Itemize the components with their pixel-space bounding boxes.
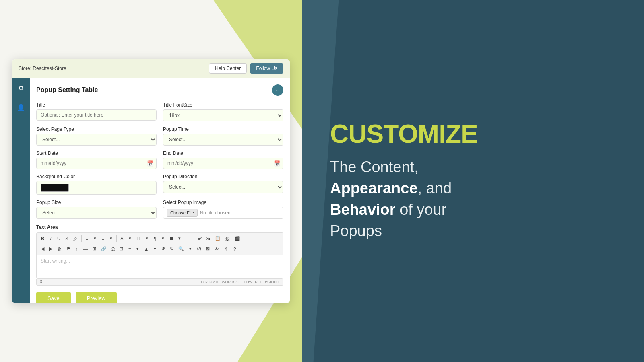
superscript-button[interactable]: x² xyxy=(196,234,204,243)
choose-file-button[interactable]: Choose File xyxy=(167,209,198,217)
popup-time-label: Popup Time xyxy=(163,126,283,132)
block-button[interactable]: ◼ xyxy=(167,234,175,243)
toolbar-sep-1 xyxy=(81,235,82,242)
flag-button[interactable]: ⚑ xyxy=(64,245,72,253)
end-date-input[interactable] xyxy=(163,158,283,169)
popup-size-select[interactable]: Select... Small Medium Large xyxy=(36,207,157,219)
bold-button[interactable]: B xyxy=(39,234,46,243)
indent-button[interactable]: ¶ xyxy=(151,234,159,243)
follow-us-button[interactable]: Follow Us xyxy=(250,63,283,74)
symbol-button[interactable]: Ω xyxy=(109,245,117,253)
list-ol-button[interactable]: ≡ xyxy=(99,234,107,243)
popup-time-select[interactable]: Select... xyxy=(163,134,283,146)
end-date-label: End Date xyxy=(163,150,283,156)
title-input[interactable] xyxy=(36,109,157,121)
brush-button[interactable]: 🖊 xyxy=(71,234,80,243)
start-date-input[interactable] xyxy=(36,158,157,169)
text-area-section: Text Area B I U S 🖊 ≡ ▾ ≡ ▾ A xyxy=(36,224,283,286)
search-button[interactable]: 🔍 xyxy=(176,245,186,253)
select-page-type-group: Select Page Type Select... xyxy=(36,126,157,146)
paragraph-button[interactable]: TI xyxy=(134,234,142,243)
embed-button[interactable]: ⊡ xyxy=(118,245,125,253)
save-button[interactable]: Save xyxy=(36,292,71,303)
title-fontsize-select[interactable]: 12px 14px 16px 18px 20px 24px xyxy=(163,109,283,121)
top-bar-actions: Help Center Follow Us xyxy=(209,63,283,74)
align-button[interactable]: ≡ xyxy=(126,245,133,253)
chars-count: CHARS: 0 xyxy=(201,280,218,284)
redo-button[interactable]: ↻ xyxy=(168,245,175,253)
list-arrow2-button[interactable]: ▾ xyxy=(107,234,115,243)
delete-button[interactable]: 🗑 xyxy=(55,245,64,253)
editor-footer: ⠿ CHARS: 0 WORDS: 0 POWERED BY JODIT xyxy=(36,279,283,286)
preview-button[interactable]: Preview xyxy=(76,292,117,303)
resize-handle[interactable]: ⠿ xyxy=(40,280,43,284)
form-actions: Save Preview xyxy=(36,292,283,303)
italic-button[interactable]: I xyxy=(47,234,54,243)
desc-of-your: of your xyxy=(396,201,447,218)
align-arrow-button[interactable]: ▾ xyxy=(134,245,141,253)
upload-button[interactable]: ↑ xyxy=(73,245,80,253)
fullscreen-button[interactable]: ⊠ xyxy=(204,245,212,253)
copy-format-button[interactable]: 📋 xyxy=(213,234,223,243)
page-header: Popup Setting Table ← xyxy=(36,84,283,96)
words-count: WORDS: 0 xyxy=(222,280,240,284)
select-page-type-label: Select Page Type xyxy=(36,126,157,132)
main-area: ⚙ 👤 Popup Setting Table ← Title xyxy=(12,78,290,303)
title-fontsize-label: Title FontSize xyxy=(163,102,283,108)
start-date-wrap: 📅 xyxy=(36,158,157,169)
paragraph-arrow-button[interactable]: ▾ xyxy=(143,234,151,243)
undo-area-button[interactable]: ◀ xyxy=(39,245,46,253)
toolbar-sep-2 xyxy=(116,235,117,242)
image-button[interactable]: 🖼 xyxy=(223,234,232,243)
popup-size-group: Popup Size Select... Small Medium Large xyxy=(36,200,157,219)
customize-title: CUSTOMIZE xyxy=(330,120,616,148)
powered-by: POWERED BY JODIT xyxy=(244,280,280,284)
list-arrow-button[interactable]: ▾ xyxy=(91,234,99,243)
redo-area-button[interactable]: ▶ xyxy=(47,245,54,253)
right-panel: CUSTOMIZE The Content, Appearance, and B… xyxy=(302,0,644,362)
list-ul-button[interactable]: ≡ xyxy=(83,234,91,243)
indent-arrow-button[interactable]: ▾ xyxy=(159,234,167,243)
user-icon[interactable]: 👤 xyxy=(15,102,27,113)
popup-direction-select[interactable]: Select... Top Bottom Left Right Center xyxy=(163,181,283,193)
video-button[interactable]: 🎬 xyxy=(233,234,242,243)
print-button[interactable]: 🖨 xyxy=(222,245,230,253)
back-button[interactable]: ← xyxy=(272,84,283,96)
highlight-arrow-button[interactable]: ▾ xyxy=(151,245,159,253)
block-arrow-button[interactable]: ▾ xyxy=(176,234,183,243)
file-input-wrap: Choose File No file chosen xyxy=(163,207,283,219)
link-button[interactable]: 🔗 xyxy=(99,245,109,253)
help-button[interactable]: ? xyxy=(231,245,238,253)
settings-icon[interactable]: ⚙ xyxy=(15,83,27,94)
select-page-type-select[interactable]: Select... xyxy=(36,134,157,146)
strikethrough-button[interactable]: S xyxy=(63,234,70,243)
top-bar: Store: Reacttest-Store Help Center Follo… xyxy=(12,59,290,78)
page-title: Popup Setting Table xyxy=(36,86,98,94)
select-popup-image-group: Select Popup Image Choose File No file c… xyxy=(163,200,283,219)
hr-button[interactable]: — xyxy=(81,245,90,253)
start-date-calendar-icon: 📅 xyxy=(147,160,153,166)
source-button[interactable]: ⟨/⟩ xyxy=(195,245,203,253)
subscript-button[interactable]: x₂ xyxy=(204,234,213,243)
search-arrow-button[interactable]: ▾ xyxy=(187,245,194,253)
form-grid: Title Title FontSize 12px 14px 16px 18px… xyxy=(36,102,283,219)
title-group: Title xyxy=(36,102,157,121)
background-color-label: Background Color xyxy=(36,174,157,179)
help-center-button[interactable]: Help Center xyxy=(209,63,247,74)
highlight-button[interactable]: ▲ xyxy=(142,245,151,253)
background-color-group: Background Color xyxy=(36,174,157,195)
underline-button[interactable]: U xyxy=(55,234,62,243)
more-button[interactable]: ⋯ xyxy=(184,234,192,243)
desc-line1: The Content, xyxy=(330,158,419,175)
color-swatch[interactable] xyxy=(41,184,69,192)
sidebar: ⚙ 👤 xyxy=(12,78,30,303)
popup-direction-label: Popup Direction xyxy=(163,174,283,179)
popup-direction-group: Popup Direction Select... Top Bottom Lef… xyxy=(163,174,283,195)
table-button[interactable]: ⊞ xyxy=(91,245,98,253)
end-date-calendar-icon: 📅 xyxy=(274,160,280,166)
editor-body[interactable]: Start writing... xyxy=(36,255,283,279)
preview-icon-button[interactable]: 👁 xyxy=(213,245,221,253)
undo-button[interactable]: ↺ xyxy=(159,245,167,253)
font-color-button[interactable]: A xyxy=(118,234,126,243)
font-arrow-button[interactable]: ▾ xyxy=(126,234,134,243)
